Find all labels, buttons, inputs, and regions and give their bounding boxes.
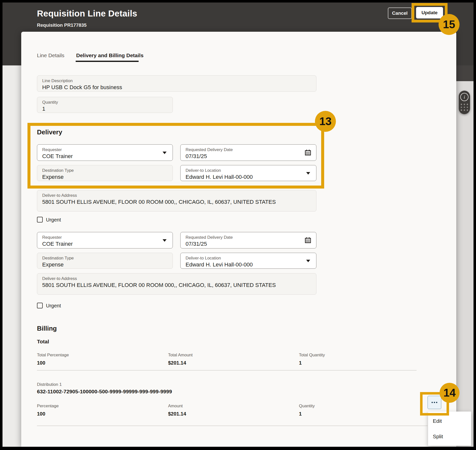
quantity-field: Quantity 1 xyxy=(37,97,173,113)
ellipsis-icon xyxy=(436,402,437,403)
deliver-to-address-label: Deliver-to Address xyxy=(42,193,311,199)
right-gutter-dark xyxy=(456,65,474,81)
cancel-button[interactable]: Cancel xyxy=(388,7,412,19)
tab-line-details[interactable]: Line Details xyxy=(37,52,64,58)
amount-value: $201.14 xyxy=(168,411,186,417)
destination-type-label: Destination Type xyxy=(42,255,168,261)
page-subtitle: Requisition PR177835 xyxy=(37,22,87,28)
distribution-divider xyxy=(37,426,428,426)
urgent-label: Urgent xyxy=(46,217,61,223)
total-percentage-label: Total Percentage xyxy=(37,353,69,358)
info-icon[interactable]: i xyxy=(460,93,469,101)
urgent-checkbox[interactable] xyxy=(37,217,43,223)
total-percentage-value: 100 xyxy=(37,360,45,366)
left-gutter xyxy=(2,65,21,447)
deliver-to-address-field: Deliver-to Address 5801 SOUTH ELLIS AVEN… xyxy=(37,190,316,212)
quantity-value: 1 xyxy=(42,105,168,112)
requester-label: Requester xyxy=(42,234,168,240)
update-button[interactable]: Update xyxy=(416,7,443,18)
quantity-value: 1 xyxy=(299,411,302,417)
tab-delivery-and-billing[interactable]: Delivery and Billing Details xyxy=(76,52,144,58)
requester-dropdown[interactable]: Requester COE Trainer xyxy=(37,232,173,248)
total-heading: Total xyxy=(37,339,49,345)
quantity-label: Quantity xyxy=(299,404,315,409)
active-tab-underline xyxy=(76,61,139,62)
total-quantity-label: Total Quantity xyxy=(299,353,325,358)
deliver-to-location-value: Edward H. Levi Hall-00-000 xyxy=(186,261,311,268)
callout-13-highlight-box xyxy=(27,123,324,189)
page-title: Requisition Line Details xyxy=(37,8,137,18)
urgent-checkbox[interactable] xyxy=(37,303,43,308)
amount-label: Amount xyxy=(168,404,183,409)
chevron-down-icon xyxy=(306,260,310,262)
deliver-to-address-label: Deliver-to Address xyxy=(42,276,311,282)
date-label: Requested Delivery Date xyxy=(186,234,311,240)
line-description-value: HP USB C Dock G5 for business xyxy=(42,84,311,91)
deliver-to-location-dropdown[interactable]: Deliver-to Location Edward H. Levi Hall-… xyxy=(180,253,316,269)
date-value: 07/31/25 xyxy=(186,240,311,247)
percentage-value: 100 xyxy=(37,411,45,417)
deliver-to-location-label: Deliver-to Location xyxy=(186,255,311,261)
requested-delivery-date-field[interactable]: Requested Delivery Date 07/31/25 xyxy=(180,232,316,248)
floating-help-widget: i xyxy=(459,91,470,114)
calendar-icon[interactable] xyxy=(305,237,311,244)
chevron-down-icon xyxy=(163,239,167,242)
billing-divider xyxy=(37,370,417,371)
callout-15-badge: 15 xyxy=(439,14,460,35)
actions-menu-button[interactable] xyxy=(428,396,441,409)
total-quantity-value: 1 xyxy=(299,360,302,366)
distribution-name: Distribution 1 xyxy=(37,382,62,387)
distribution-code: 632-11002-72905-100000-500-9999-99999-99… xyxy=(37,389,172,395)
menu-item-split[interactable]: Split xyxy=(428,429,471,444)
actions-popup-menu: Edit Split xyxy=(428,412,471,446)
destination-type-field: Destination Type Expense xyxy=(37,253,173,269)
deliver-to-address-field: Deliver-to Address 5801 SOUTH ELLIS AVEN… xyxy=(37,273,316,295)
total-amount-value: $201.14 xyxy=(168,360,186,366)
deliver-to-address-value: 5801 SOUTH ELLIS AVENUE, FLOOR 00 ROOM 0… xyxy=(42,199,311,206)
line-description-field: Line Description HP USB C Dock G5 for bu… xyxy=(37,75,316,92)
deliver-to-address-value: 5801 SOUTH ELLIS AVENUE, FLOOR 00 ROOM 0… xyxy=(42,282,311,289)
requester-value: COE Trainer xyxy=(42,240,168,247)
callout-13-badge: 13 xyxy=(315,111,336,132)
grid-icon[interactable] xyxy=(461,104,468,111)
destination-type-value: Expense xyxy=(42,261,168,268)
total-amount-label: Total Amount xyxy=(168,353,193,358)
percentage-label: Percentage xyxy=(37,404,59,409)
ellipsis-icon xyxy=(434,402,435,403)
ellipsis-icon xyxy=(432,402,433,403)
urgent-label: Urgent xyxy=(46,303,61,309)
line-description-label: Line Description xyxy=(42,78,311,84)
billing-heading: Billing xyxy=(37,325,57,332)
quantity-label: Quantity xyxy=(42,99,168,105)
callout-14-badge: 14 xyxy=(440,383,460,403)
